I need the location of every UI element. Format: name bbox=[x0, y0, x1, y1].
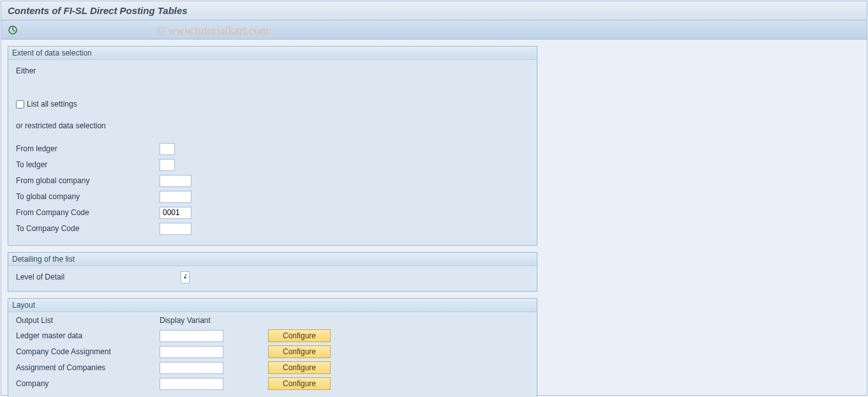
to-ledger-label: To ledger bbox=[16, 160, 160, 169]
from-company-code-label: From Company Code bbox=[16, 208, 160, 217]
to-company-code-input[interactable] bbox=[160, 223, 191, 235]
output-list-header: Output List bbox=[16, 316, 160, 325]
layout-row-assignment-of-companies: Assignment of Companies Configure bbox=[16, 361, 529, 375]
from-ledger-input[interactable] bbox=[160, 143, 175, 155]
svg-line-2 bbox=[13, 30, 15, 31]
from-global-company-input[interactable] bbox=[160, 175, 191, 187]
section-header: Detailing of the list bbox=[8, 253, 537, 266]
layout-row-label: Company Code Assignment bbox=[16, 347, 160, 356]
to-company-code-label: To Company Code bbox=[16, 224, 160, 233]
to-global-company-input[interactable] bbox=[160, 191, 191, 203]
configure-button[interactable]: Configure bbox=[268, 329, 331, 342]
configure-button[interactable]: Configure bbox=[268, 361, 331, 374]
to-ledger-input[interactable] bbox=[160, 159, 175, 171]
configure-button[interactable]: Configure bbox=[268, 377, 331, 390]
level-of-detail-input[interactable] bbox=[181, 271, 190, 283]
restricted-label: or restricted data selection bbox=[16, 121, 529, 130]
page-title: Contents of FI-SL Direct Posting Tables bbox=[8, 5, 188, 16]
display-variant-header: Display Variant bbox=[160, 316, 268, 325]
layout-row-label: Company bbox=[16, 379, 160, 388]
ledger-master-data-input[interactable] bbox=[160, 330, 223, 342]
content-area: Extent of data selection Either List all… bbox=[1, 40, 867, 397]
execute-button[interactable] bbox=[6, 24, 19, 36]
section-header: Extent of data selection bbox=[8, 47, 537, 60]
layout-row-ledger-master-data: Ledger master data Configure bbox=[16, 329, 529, 343]
layout-row-company-code-assignment: Company Code Assignment Configure bbox=[16, 345, 529, 359]
clock-icon bbox=[8, 25, 18, 35]
assignment-of-companies-input[interactable] bbox=[160, 362, 223, 374]
list-all-settings-label: List all settings bbox=[27, 100, 77, 109]
layout-row-company: Company Configure bbox=[16, 377, 529, 391]
extent-of-data-selection-panel: Extent of data selection Either List all… bbox=[8, 46, 537, 246]
from-company-code-input[interactable] bbox=[160, 207, 191, 219]
from-ledger-label: From ledger bbox=[16, 144, 160, 153]
layout-row-label: Ledger master data bbox=[16, 331, 160, 340]
layout-row-label: Assignment of Companies bbox=[16, 363, 160, 372]
title-bar: Contents of FI-SL Direct Posting Tables bbox=[1, 1, 867, 20]
layout-panel: Layout Output List Display Variant Ledge… bbox=[8, 298, 537, 397]
either-label: Either bbox=[16, 66, 529, 75]
level-of-detail-label: Level of Detail bbox=[16, 273, 181, 281]
detailing-of-the-list-panel: Detailing of the list Level of Detail bbox=[8, 252, 537, 292]
from-global-company-label: From global company bbox=[16, 176, 160, 185]
list-all-settings-row: List all settings bbox=[16, 100, 529, 109]
configure-button[interactable]: Configure bbox=[268, 345, 331, 358]
company-input[interactable] bbox=[160, 378, 223, 390]
company-code-assignment-input[interactable] bbox=[160, 346, 223, 358]
toolbar bbox=[1, 20, 867, 40]
to-global-company-label: To global company bbox=[16, 192, 160, 201]
list-all-settings-checkbox[interactable] bbox=[16, 100, 24, 109]
window: Contents of FI-SL Direct Posting Tables … bbox=[1, 1, 867, 396]
section-header: Layout bbox=[8, 299, 537, 312]
